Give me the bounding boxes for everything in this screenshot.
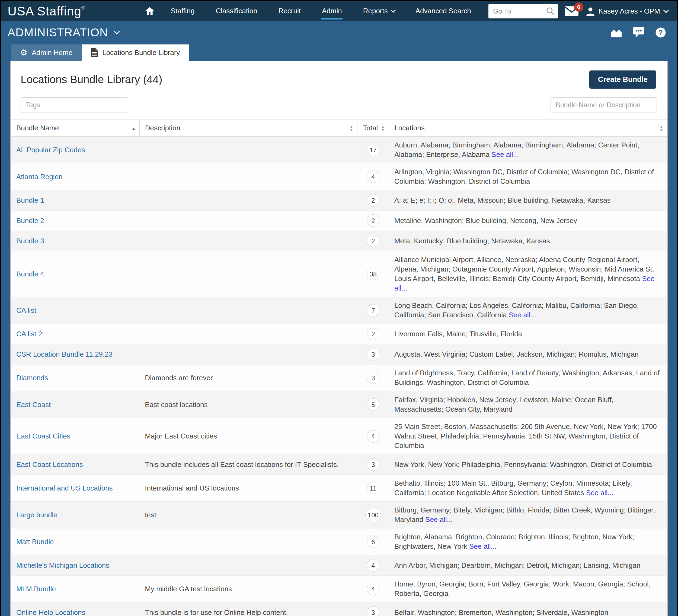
nav-item-advanced-search[interactable]: Advanced Search <box>415 3 472 19</box>
bundle-name-link[interactable]: Large bundle <box>16 511 58 519</box>
help-icon[interactable]: ? <box>655 27 666 38</box>
total-badge: 3 <box>367 606 379 616</box>
tab-locations-bundle-library[interactable]: Locations Bundle Library <box>82 44 189 61</box>
total-badge: 4 <box>367 559 379 572</box>
bundle-name-link[interactable]: MLM Bundle <box>16 585 56 593</box>
subbar-icon-group: ? <box>611 27 666 38</box>
sort-icon <box>381 125 385 131</box>
bundle-name-link[interactable]: Bundle 4 <box>16 270 44 278</box>
table-row: AL Popular Zip Codes 17 Auburn, Alabama;… <box>11 136 667 163</box>
tags-filter-input[interactable] <box>21 97 128 113</box>
sort-icon <box>349 125 353 131</box>
total-badge: 2 <box>367 328 379 340</box>
nav-item-classification[interactable]: Classification <box>215 3 258 19</box>
tab-admin-home[interactable]: ⚙ Admin Home <box>11 44 82 61</box>
bundle-name-link[interactable]: Online Help Locations <box>16 608 85 616</box>
brand-logo: USA Staffing® <box>8 4 86 18</box>
see-all-link[interactable]: See all... <box>469 542 497 550</box>
bundle-locations: Bitburg, Germany; Bitely, Michigan; Bith… <box>389 502 667 529</box>
nav-item-staffing[interactable]: Staffing <box>170 3 195 19</box>
tab-label: Locations Bundle Library <box>102 48 180 57</box>
home-icon[interactable] <box>145 7 154 15</box>
mail-icon[interactable]: 6 <box>565 6 578 16</box>
mail-badge: 6 <box>574 2 583 12</box>
user-icon <box>586 6 595 16</box>
user-name: Kasey Acres - OPM <box>599 7 660 15</box>
bundle-locations: Bethalto, Illinois; 100 Main St., Bitbur… <box>389 475 667 502</box>
column-header-total[interactable]: Total <box>357 120 389 136</box>
bundle-locations: Meta, Kentucky; Blue building, Netawaka,… <box>389 231 667 251</box>
section-title: ADMINISTRATION <box>8 26 108 39</box>
activity-chart-icon[interactable] <box>611 27 622 38</box>
bundle-search-input[interactable] <box>551 97 657 113</box>
top-nav-right: 6 Kasey Acres - OPM <box>488 4 667 18</box>
filter-row <box>11 91 667 120</box>
svg-text:?: ? <box>658 29 663 37</box>
bundle-name-link[interactable]: CSR Location Bundle 11.29.23 <box>16 350 113 358</box>
bundle-description <box>139 529 357 555</box>
bundle-name-link[interactable]: East Coast Cities <box>16 432 70 440</box>
table-row: International and US Locations Internati… <box>11 475 667 502</box>
user-menu[interactable]: Kasey Acres - OPM <box>586 6 667 16</box>
total-badge: 3 <box>367 372 379 384</box>
bundle-name-link[interactable]: CA list <box>16 306 36 314</box>
bundle-description: This bundle includes all East coast loca… <box>139 454 357 475</box>
bundle-name-link[interactable]: AL Popular Zip Codes <box>16 146 85 154</box>
bundle-name-link[interactable]: Bundle 3 <box>16 237 44 245</box>
chevron-down-icon <box>390 7 396 13</box>
bundle-name-link[interactable]: Diamonds <box>16 374 48 382</box>
total-badge: 4 <box>367 583 379 595</box>
column-header-bundle-name[interactable]: Bundle Name <box>11 120 139 136</box>
nav-item-recruit[interactable]: Recruit <box>278 3 301 19</box>
bundle-description: This bundle is for use for Online Help c… <box>139 603 357 616</box>
bundle-name-link[interactable]: CA list 2 <box>16 330 42 338</box>
bundle-locations: Home, Byron, Georgia; Born, Fort Valley,… <box>389 576 667 603</box>
bundle-name-link[interactable]: Atlanta Region <box>16 173 63 181</box>
chat-icon[interactable] <box>633 27 644 38</box>
column-header-description[interactable]: Description <box>139 120 357 136</box>
bundle-description: My middle GA test locations. <box>139 576 357 603</box>
section-title-menu[interactable]: ADMINISTRATION <box>8 26 118 39</box>
bundle-description <box>139 190 357 211</box>
bundle-description: test <box>139 502 357 529</box>
bundle-locations: Ann Arbor, Michigan; Dearborn, Michigan;… <box>389 555 667 576</box>
search-icon[interactable] <box>546 7 555 15</box>
see-all-link[interactable]: See all... <box>586 489 613 497</box>
tab-label: Admin Home <box>32 48 72 57</box>
bundle-description <box>139 163 357 190</box>
tab-strip: ⚙ Admin Home Locations Bundle Library <box>1 44 677 61</box>
total-badge: 5 <box>367 398 379 411</box>
total-badge: 2 <box>367 194 379 206</box>
see-all-link[interactable]: See all... <box>509 311 536 319</box>
see-all-link[interactable]: See all... <box>425 516 453 524</box>
create-bundle-button[interactable]: Create Bundle <box>589 71 656 89</box>
total-badge: 2 <box>367 214 379 227</box>
total-badge: 3 <box>367 348 379 361</box>
bundle-description <box>139 211 357 231</box>
total-badge: 3 <box>367 458 379 471</box>
table-row: CSR Location Bundle 11.29.23 3 Augusta, … <box>11 344 667 365</box>
table-row: MLM Bundle My middle GA test locations. … <box>11 576 667 603</box>
bundle-name-link[interactable]: Matt Bundle <box>16 538 54 546</box>
bundle-description <box>139 324 357 344</box>
nav-item-admin[interactable]: Admin <box>322 3 342 19</box>
page-title: Locations Bundle Library (44) <box>21 74 162 86</box>
bundle-name-link[interactable]: Bundle 1 <box>16 196 44 204</box>
table-row: Diamonds Diamonds are forever 3 Land of … <box>11 365 667 391</box>
content-panel: Locations Bundle Library (44) Create Bun… <box>10 61 668 616</box>
bundle-description <box>139 297 357 324</box>
administration-bar: ADMINISTRATION ? <box>1 21 677 44</box>
table-row: CA list 2 2 Livermore Falls, Maine; Titu… <box>11 324 667 344</box>
bundle-name-link[interactable]: East Coast <box>16 401 51 409</box>
nav-item-reports[interactable]: Reports <box>363 3 395 19</box>
total-badge: 100 <box>365 509 381 521</box>
bundle-name-link[interactable]: International and US Locations <box>16 484 113 492</box>
column-header-locations[interactable]: Locations <box>389 120 667 136</box>
bundle-name-link[interactable]: Bundle 2 <box>16 216 44 225</box>
bundle-name-link[interactable]: East Coast Locations <box>16 460 83 468</box>
bundle-name-link[interactable]: Michelle's Michigan Locations <box>16 561 109 569</box>
gear-icon: ⚙ <box>20 48 27 57</box>
see-all-link[interactable]: See all... <box>491 151 519 159</box>
top-nav-bar: USA Staffing® Staffing Classification Re… <box>1 1 677 21</box>
bundle-description <box>139 251 357 297</box>
